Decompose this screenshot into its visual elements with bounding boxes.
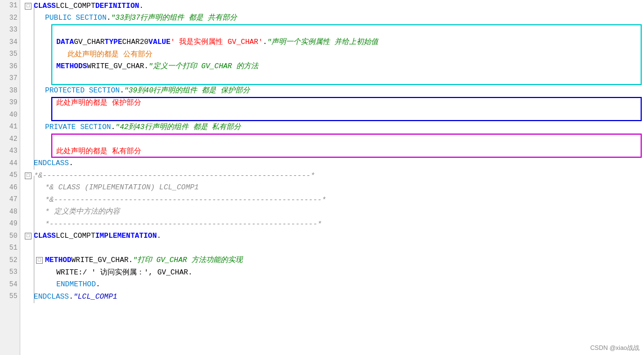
code-line: ENDMETHOD. — [25, 279, 644, 291]
code-line: *---------------------------------------… — [25, 218, 644, 230]
code-line — [25, 242, 644, 255]
token: WRITE_GV_CHAR — [71, 255, 128, 266]
token: . — [111, 122, 115, 133]
line-number: 54 — [0, 279, 20, 291]
watermark: CSDN @xiao战战 — [590, 343, 639, 353]
code-line: 此处声明的都是 公有部分 — [25, 48, 644, 61]
code-area: □CLASS LCL_COMPT DEFINITION.PUBLIC SECTI… — [20, 0, 644, 355]
token: CLASS — [34, 230, 56, 242]
line-number: 36 — [0, 61, 20, 73]
token: WRITE_GV_CHAR — [87, 61, 144, 72]
token: PUBLIC SECTION — [45, 12, 106, 24]
token: "打印 GV_CHAR 方法功能的实现 — [133, 255, 243, 266]
token: CHAR20 — [122, 37, 149, 48]
line-number: 55 — [0, 291, 20, 303]
token: *&--------------------------------------… — [34, 170, 315, 181]
line-number: 42 — [0, 134, 20, 146]
token: . — [156, 230, 161, 242]
code-line: □*&-------------------------------------… — [25, 170, 644, 182]
fold-button[interactable]: □ — [25, 233, 32, 239]
token: METHOD — [45, 255, 71, 266]
token: GV_CHAR — [74, 37, 105, 48]
token: "声明一个实例属性 并给上初始值 — [267, 37, 379, 48]
token: DEFINITION — [95, 1, 139, 12]
token: "LCL_COMP1 — [73, 291, 117, 303]
token: *&--------------------------------------… — [45, 194, 326, 206]
line-number: 48 — [0, 206, 20, 219]
line-number: 37 — [0, 73, 20, 85]
token: PRIVATE SECTION — [45, 122, 111, 133]
token: "定义一个打印 GV_CHAR 的方法 — [149, 61, 258, 72]
line-number: 53 — [0, 267, 20, 279]
code-line: * 定义类中方法的内容 — [25, 206, 644, 219]
code-line: PRIVATE SECTION. "42到43行声明的组件 都是 私有部分 — [25, 121, 644, 134]
token: IMPLEMENTATION — [95, 230, 156, 242]
token: . — [188, 267, 193, 278]
line-number: 40 — [0, 109, 20, 122]
line-number: 45 — [0, 170, 20, 182]
code-editor: 3132333435363738394041424344454647484950… — [0, 0, 644, 355]
code-line: *& CLASS (IMPLEMENTATION) LCL_COMP1 — [25, 182, 644, 194]
line-numbers: 3132333435363738394041424344454647484950… — [0, 0, 20, 355]
code-line: PROTECTED SECTION. "39到40行声明的组件 都是 保护部分 — [25, 85, 644, 97]
token: * 定义类中方法的内容 — [45, 206, 120, 218]
line-number: 31 — [0, 0, 20, 12]
code-line: WRITE:/ ' 访问实例属：', GV_CHAR. — [25, 267, 644, 279]
line-number: 47 — [0, 194, 20, 206]
token: ENDCLASS — [34, 158, 69, 169]
token: "39到40行声明的组件 都是 保护部分 — [124, 85, 250, 96]
token: CLASS — [34, 1, 56, 12]
code-line — [25, 134, 644, 146]
token: *& CLASS (IMPLEMENTATION) LCL_COMP1 — [45, 182, 199, 193]
fold-button[interactable]: □ — [25, 172, 32, 179]
line-number: 41 — [0, 121, 20, 134]
code-line: 此处声明的都是 私有部分 — [25, 145, 644, 158]
token: VALUE — [149, 37, 171, 48]
code-line: DATA GV_CHAR TYPE CHAR20 VALUE ' 我是实例属性 … — [25, 37, 644, 49]
line-number: 52 — [0, 255, 20, 267]
token: . — [120, 85, 124, 96]
code-line — [25, 24, 644, 37]
token: ' 我是实例属性 GV_CHAR' — [171, 37, 263, 48]
token: "33到37行声明的组件 都是 共有部分 — [111, 12, 237, 24]
token: . — [69, 158, 73, 169]
code-line: METHODS WRITE_GV_CHAR. "定义一个打印 GV_CHAR 的… — [25, 61, 644, 73]
token: . — [106, 12, 111, 24]
code-line — [25, 109, 644, 122]
token: . — [263, 37, 267, 48]
token: METHODS — [56, 61, 87, 72]
fold-button[interactable]: □ — [36, 257, 43, 264]
line-number: 44 — [0, 158, 20, 170]
token: LCL_COMPT — [56, 230, 95, 242]
token: DATA — [56, 37, 74, 48]
line-number: 50 — [0, 230, 20, 243]
line-number: 35 — [0, 48, 20, 61]
code-line: □CLASS LCL_COMPT IMPLEMENTATION. — [25, 230, 644, 243]
token: 此处声明的都是 私有部分 — [56, 146, 141, 157]
code-line: 此处声明的都是 保护部分 — [25, 97, 644, 109]
token: . — [139, 1, 144, 12]
code-line: ENDCLASS. — [25, 158, 644, 170]
line-number: 39 — [0, 97, 20, 109]
code-line: ENDCLASS. "LCL_COMP1 — [25, 291, 644, 303]
fold-button[interactable]: □ — [25, 3, 32, 10]
token: . — [96, 279, 100, 290]
token: PROTECTED SECTION — [45, 85, 120, 96]
code-line: □CLASS LCL_COMPT DEFINITION. — [25, 0, 644, 12]
line-number: 34 — [0, 37, 20, 49]
line-number: 49 — [0, 218, 20, 230]
line-number: 51 — [0, 242, 20, 255]
line-number: 32 — [0, 12, 20, 25]
token: *---------------------------------------… — [45, 219, 321, 230]
token: 此处声明的都是 保护部分 — [56, 97, 141, 109]
token: "42到43行声明的组件 都是 私有部分 — [115, 122, 242, 133]
token: 此处声明的都是 公有部分 — [68, 49, 153, 60]
code-line: *&--------------------------------------… — [25, 194, 644, 206]
token: ENDMETHOD — [56, 279, 96, 290]
line-number: 38 — [0, 85, 20, 97]
token: LCL_COMPT — [56, 1, 95, 12]
token: . — [128, 255, 133, 266]
code-line: PUBLIC SECTION. "33到37行声明的组件 都是 共有部分 — [25, 12, 644, 25]
token: WRITE:/ ' 访问实例属：', GV_CHAR — [56, 267, 188, 278]
line-number: 43 — [0, 145, 20, 158]
